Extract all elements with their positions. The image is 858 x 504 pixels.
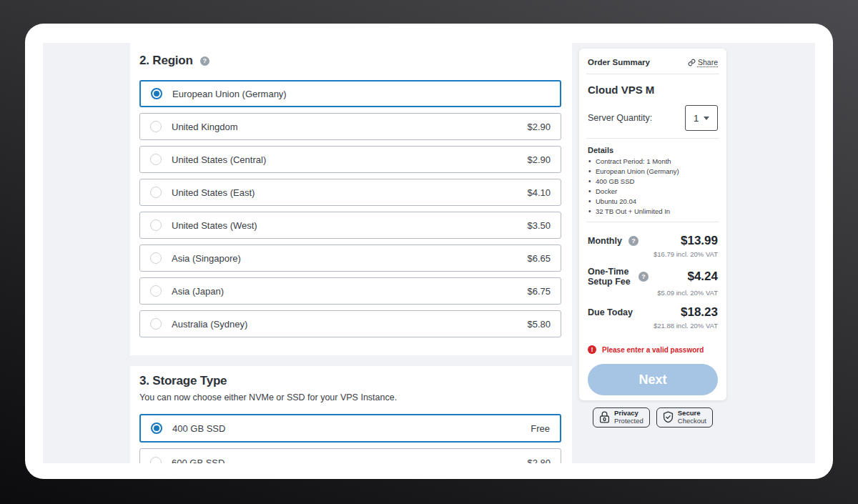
option-price: $2.80: [527, 458, 551, 464]
option-label: United States (East): [172, 187, 255, 198]
vat-note: $5.09 incl. 20% VAT: [588, 289, 718, 297]
padlock-icon: [599, 411, 610, 423]
next-button[interactable]: Next: [588, 364, 718, 395]
option-label: European Union (Germany): [172, 89, 287, 99]
storage-section: 3. Storage Type You can now choose eithe…: [130, 366, 572, 463]
validation-error: ! Please enter a valid password: [588, 345, 718, 354]
detail-item: Contract Period: 1 Month: [588, 158, 718, 165]
shield-check-icon: [663, 411, 674, 423]
option-label: United Kingdom: [172, 122, 238, 132]
region-section: 2. Region ? European Union (Germany) Uni…: [130, 54, 572, 337]
section-divider-band: [130, 355, 572, 366]
option-label: Asia (Singapore): [172, 253, 241, 264]
radio-icon[interactable]: [150, 187, 162, 198]
option-price: $6.65: [527, 253, 551, 264]
order-summary-title: Order Summary: [588, 58, 650, 66]
option-label: Australia (Sydney): [172, 319, 247, 330]
content-area: 2. Region ? European Union (Germany) Uni…: [43, 43, 815, 463]
option-price: Free: [531, 423, 550, 434]
details-title: Details: [588, 146, 718, 154]
option-price: $4.10: [527, 187, 551, 198]
link-icon: [688, 59, 696, 66]
divider: [586, 138, 719, 139]
option-price: $5.80: [527, 319, 551, 330]
error-icon: !: [588, 345, 596, 354]
price-label: Monthly: [588, 236, 622, 246]
detail-item: European Union (Germany): [588, 168, 718, 175]
price-value: $4.24: [687, 270, 718, 284]
trust-badges: Privacy Protected Secure Checkout: [579, 407, 726, 428]
share-label: Share: [698, 58, 718, 66]
option-price: $6.75: [527, 286, 551, 297]
server-quantity-select[interactable]: 1: [685, 105, 718, 131]
region-option-eu-germany[interactable]: European Union (Germany): [139, 80, 561, 107]
region-option-us-west[interactable]: United States (West) $3.50: [139, 212, 561, 239]
radio-checked-icon[interactable]: [151, 423, 162, 434]
price-label: One-Time Setup Fee: [588, 267, 632, 287]
badge-subtitle: Protected: [614, 417, 644, 425]
divider: [586, 222, 719, 222]
detail-item: Ubuntu 20.04: [588, 198, 718, 205]
storage-section-subtitle: You can now choose either NVMe or SSD fo…: [139, 392, 561, 402]
secure-checkout-badge: Secure Checkout: [656, 407, 713, 428]
share-link[interactable]: Share: [688, 58, 718, 66]
option-label: 400 GB SSD: [172, 423, 225, 434]
storage-option-400gb-ssd[interactable]: 400 GB SSD Free: [139, 414, 561, 443]
price-row-due-today: Due Today $18.23: [588, 305, 718, 320]
badge-title: Secure: [678, 410, 706, 417]
price-row-setup-fee: One-Time Setup Fee ? $4.24: [588, 267, 718, 287]
chevron-down-icon: [704, 117, 709, 120]
price-value: $18.23: [681, 305, 718, 320]
region-option-australia-sydney[interactable]: Australia (Sydney) $5.80: [139, 310, 561, 337]
radio-icon[interactable]: [150, 252, 162, 264]
region-option-uk[interactable]: United Kingdom $2.90: [139, 113, 561, 140]
order-summary-card: Order Summary Share Cloud VPS M Server Q…: [579, 49, 726, 400]
region-option-asia-japan[interactable]: Asia (Japan) $6.75: [139, 277, 561, 305]
option-price: $3.50: [527, 220, 551, 231]
detail-item: 400 GB SSD: [588, 178, 718, 185]
detail-item: 32 TB Out + Unlimited In: [588, 208, 718, 215]
error-message: Please enter a valid password: [602, 346, 704, 354]
divider: [586, 74, 719, 74]
region-option-asia-singapore[interactable]: Asia (Singapore) $6.65: [139, 244, 561, 272]
radio-checked-icon[interactable]: [151, 88, 162, 99]
radio-icon[interactable]: [150, 121, 162, 132]
badge-subtitle: Checkout: [678, 417, 706, 425]
region-option-us-east[interactable]: United States (East) $4.10: [139, 179, 561, 206]
radio-icon[interactable]: [150, 154, 162, 165]
privacy-protected-badge: Privacy Protected: [593, 407, 650, 428]
badge-title: Privacy: [614, 410, 644, 417]
option-label: 600 GB SSD: [172, 458, 225, 464]
help-icon[interactable]: ?: [628, 236, 638, 246]
region-option-us-central[interactable]: United States (Central) $2.90: [139, 146, 561, 173]
radio-icon[interactable]: [150, 285, 162, 297]
server-quantity-label: Server Quantity:: [588, 113, 652, 123]
option-label: United States (West): [172, 220, 257, 231]
radio-icon[interactable]: [150, 318, 162, 330]
region-section-title: 2. Region: [139, 54, 193, 68]
storage-section-title: 3. Storage Type: [139, 374, 561, 388]
server-quantity-value: 1: [694, 113, 699, 124]
option-price: $2.90: [527, 122, 551, 132]
product-name: Cloud VPS M: [588, 84, 718, 96]
price-row-monthly: Monthly ? $13.99: [588, 234, 718, 248]
configurator-column: 2. Region ? European Union (Germany) Uni…: [130, 43, 572, 463]
radio-icon[interactable]: [150, 457, 162, 463]
option-label: United States (Central): [172, 154, 266, 165]
detail-item: Docker: [588, 188, 718, 195]
vat-note: $16.79 incl. 20% VAT: [588, 250, 718, 258]
price-label: Due Today: [588, 307, 633, 317]
storage-option-600gb-ssd[interactable]: 600 GB SSD $2.80: [139, 448, 561, 463]
details-list: Contract Period: 1 Month European Union …: [588, 158, 718, 215]
option-price: $2.90: [527, 154, 551, 165]
storage-options-list: 400 GB SSD Free 600 GB SSD $2.80: [139, 414, 561, 463]
help-icon[interactable]: ?: [638, 272, 649, 282]
region-options-list: European Union (Germany) United Kingdom …: [139, 80, 561, 337]
help-icon[interactable]: ?: [200, 56, 209, 66]
price-value: $13.99: [681, 234, 718, 248]
option-label: Asia (Japan): [172, 286, 224, 297]
vat-note: $21.88 incl. 20% VAT: [588, 322, 718, 330]
radio-icon[interactable]: [150, 219, 162, 231]
